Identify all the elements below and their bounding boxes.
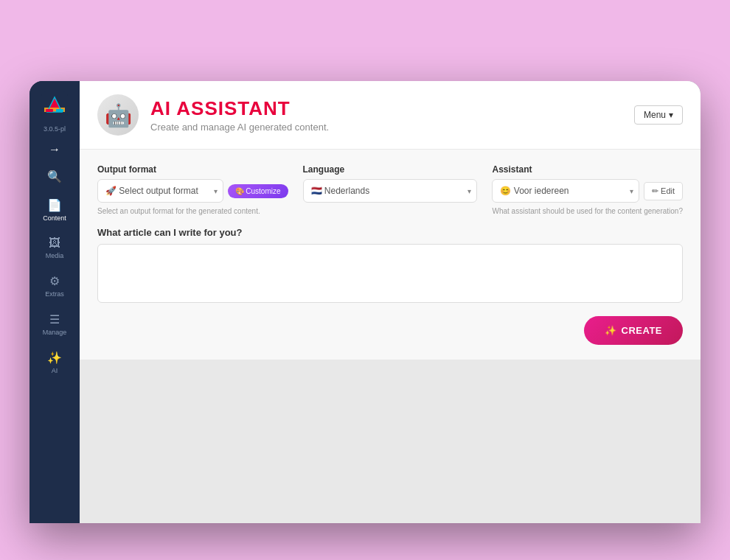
- menu-label: Menu: [644, 110, 666, 120]
- content-icon: 📄: [47, 198, 62, 212]
- language-select-wrapper: 🇳🇱 Nederlands ▾: [303, 179, 478, 203]
- content-area: Output format 🚀 Select output format ▾ 🎨…: [80, 150, 701, 360]
- create-button[interactable]: ✨ CREATE: [584, 316, 683, 345]
- language-select[interactable]: 🇳🇱 Nederlands: [303, 179, 478, 203]
- textarea-label: What article can I write for you?: [97, 227, 683, 238]
- search-icon[interactable]: 🔍: [41, 164, 68, 189]
- output-format-select-wrapper: 🚀 Select output format ▾: [97, 179, 223, 203]
- create-btn-wrapper: ✨ CREATE: [97, 316, 683, 345]
- extras-icon: ⚙: [49, 274, 60, 288]
- page-subtitle: Create and manage AI generated content.: [150, 122, 329, 133]
- main-content: 🤖 AI ASSISTANT Create and manage AI gene…: [80, 81, 701, 523]
- form-row: Output format 🚀 Select output format ▾ 🎨…: [97, 164, 683, 215]
- edit-button[interactable]: ✏ Edit: [644, 182, 683, 200]
- textarea-section: What article can I write for you?: [97, 227, 683, 306]
- app-window: 3.0.5-pl → 🔍 📄 Content 🖼 Media ⚙ Extras …: [29, 81, 701, 523]
- svg-rect-5: [46, 109, 53, 112]
- assistant-field: 😊 Voor iedereen ▾ ✏ Edit: [492, 179, 683, 203]
- expand-arrow[interactable]: →: [44, 139, 65, 161]
- article-input[interactable]: [97, 244, 683, 303]
- assistant-group: Assistant 😊 Voor iedereen ▾ ✏ Edit What …: [492, 164, 683, 215]
- svg-rect-6: [56, 109, 63, 112]
- manage-icon: ☰: [49, 312, 60, 326]
- output-format-select[interactable]: 🚀 Select output format: [97, 179, 223, 203]
- output-format-group: Output format 🚀 Select output format ▾ 🎨…: [97, 164, 288, 215]
- assistant-hint: What assistant should be used for the co…: [492, 207, 683, 215]
- app-logo: [40, 90, 69, 119]
- sidebar: 3.0.5-pl → 🔍 📄 Content 🖼 Media ⚙ Extras …: [29, 81, 80, 523]
- language-group: Language 🇳🇱 Nederlands ▾: [303, 164, 478, 215]
- version-label: 3.0.5-pl: [44, 125, 66, 133]
- language-label: Language: [303, 164, 478, 175]
- app-header: 🤖 AI ASSISTANT Create and manage AI gene…: [80, 81, 701, 150]
- menu-button[interactable]: Menu ▾: [634, 105, 683, 125]
- output-format-label: Output format: [97, 164, 288, 175]
- edit-label: ✏ Edit: [652, 186, 675, 196]
- sidebar-item-media[interactable]: 🖼 Media: [34, 231, 75, 265]
- sidebar-item-content[interactable]: 📄 Content: [34, 192, 75, 228]
- header-title-block: AI ASSISTANT Create and manage AI genera…: [150, 97, 329, 133]
- ai-icon: ✨: [47, 351, 62, 365]
- bottom-area: [80, 360, 701, 523]
- assistant-select-wrapper: 😊 Voor iedereen ▾: [492, 179, 639, 203]
- chevron-down-icon: ▾: [669, 110, 673, 120]
- robot-avatar: 🤖: [97, 94, 139, 136]
- robot-emoji: 🤖: [105, 102, 132, 128]
- page-title: AI ASSISTANT: [150, 97, 329, 120]
- assistant-select[interactable]: 😊 Voor iedereen: [492, 179, 639, 203]
- sidebar-item-extras[interactable]: ⚙ Extras: [34, 268, 75, 304]
- sidebar-item-manage[interactable]: ☰ Manage: [34, 307, 75, 342]
- create-icon: ✨: [605, 325, 617, 336]
- header-left: 🤖 AI ASSISTANT Create and manage AI gene…: [97, 94, 329, 136]
- media-icon: 🖼: [49, 237, 60, 250]
- output-format-hint: Select an output format for the generate…: [97, 207, 288, 215]
- customize-label: 🎨 Customize: [235, 187, 281, 195]
- sidebar-item-ai[interactable]: ✨ AI: [34, 345, 75, 380]
- create-label: CREATE: [622, 325, 662, 336]
- customize-button[interactable]: 🎨 Customize: [228, 184, 288, 198]
- output-format-field: 🚀 Select output format ▾ 🎨 Customize: [97, 179, 288, 203]
- assistant-label: Assistant: [492, 164, 683, 175]
